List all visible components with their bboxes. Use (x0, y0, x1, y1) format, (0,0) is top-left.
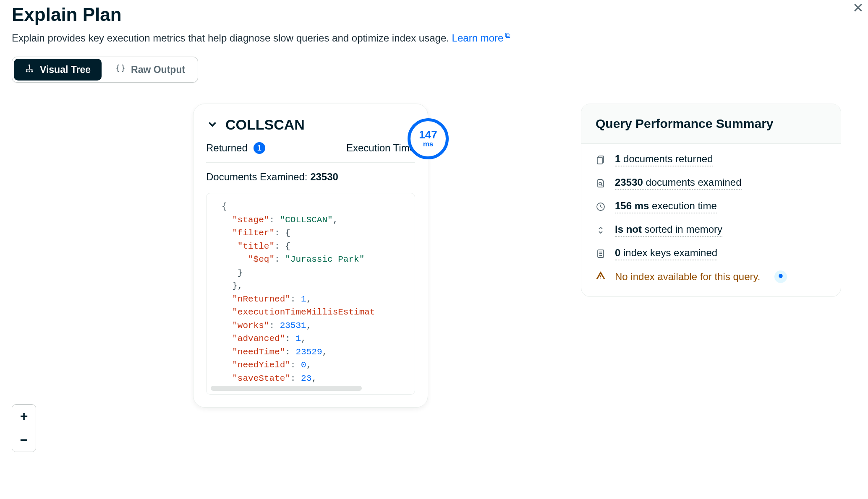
summary-docs-examined: 23530 documents examined (596, 177, 826, 190)
stage-name: COLLSCAN (225, 117, 305, 133)
document-search-icon (596, 178, 606, 188)
json-key: "nReturned" (232, 294, 290, 304)
docs-examined-value: 23530 (310, 171, 338, 182)
exec-time-value: 147 (419, 129, 437, 140)
json-val: 23 (301, 374, 311, 383)
summary-value: Is not (615, 224, 642, 235)
summary-label: documents returned (620, 153, 713, 164)
summary-label: sorted in memory (642, 224, 722, 235)
stage-header[interactable]: COLLSCAN (206, 117, 415, 133)
returned-label: Returned (206, 142, 248, 154)
index-icon (596, 249, 606, 259)
tab-raw-output[interactable]: Raw Output (105, 59, 196, 81)
subtitle-text: Explain provides key execution metrics t… (12, 32, 449, 44)
clock-icon (596, 202, 606, 212)
view-tabs: Visual Tree Raw Output (12, 57, 198, 83)
svg-rect-2 (29, 71, 30, 73)
summary-label: index keys examined (620, 247, 717, 258)
sort-icon (596, 225, 606, 235)
json-val: 1 (301, 294, 306, 304)
summary-index-keys: 0 index keys examined (596, 247, 826, 260)
svg-rect-3 (31, 71, 33, 73)
page-title: Explain Plan (12, 4, 856, 25)
docs-examined-label: Documents Examined: (206, 171, 307, 182)
learn-more-link[interactable]: Learn more⧉ (452, 32, 511, 44)
execution-time-badge: 147 ms (408, 118, 449, 159)
summary-label: documents examined (643, 177, 742, 188)
warning-icon (596, 270, 606, 283)
svg-rect-1 (26, 71, 28, 73)
json-key: "needTime" (232, 347, 285, 357)
visual-tree-canvas: 147 ms COLLSCAN Returned 1 Execution Tim… (12, 83, 856, 460)
json-key: "$eq" (248, 255, 275, 264)
json-key: "title" (238, 242, 275, 251)
close-icon[interactable]: ✕ (852, 0, 864, 16)
tab-visual-tree-label: Visual Tree (40, 64, 91, 75)
summary-docs-returned: 1 documents returned (596, 153, 826, 166)
exec-time-unit: ms (423, 140, 434, 148)
warning-text: No index available for this query. (615, 271, 760, 283)
json-key: "filter" (232, 228, 275, 238)
json-key: "needYield" (232, 360, 290, 370)
json-key: "advanced" (232, 334, 285, 343)
json-val: 23531 (280, 321, 306, 330)
learn-more-label: Learn more (452, 32, 504, 44)
json-val: 1 (295, 334, 301, 343)
zoom-in-button[interactable]: + (12, 405, 36, 428)
query-performance-summary: Query Performance Summary 1 documents re… (581, 104, 841, 297)
stage-json: ▾{ "stage": "COLLSCAN", ▾ "filter": { ▾ … (206, 193, 415, 395)
json-key: "stage" (232, 215, 269, 225)
documents-icon (596, 155, 606, 165)
tab-raw-output-label: Raw Output (131, 64, 185, 75)
summary-value: 1 (615, 153, 620, 164)
json-val: 23529 (295, 347, 322, 357)
chevron-down-icon (206, 118, 219, 132)
summary-exec-time: 156 ms execution time (596, 200, 826, 213)
stage-metrics-row: Returned 1 Execution Time (206, 142, 415, 154)
tree-icon (25, 64, 34, 75)
documents-examined: Documents Examined: 23530 (206, 171, 415, 183)
summary-value: 156 ms (615, 200, 649, 211)
horizontal-scrollbar[interactable] (211, 386, 362, 391)
tab-visual-tree[interactable]: Visual Tree (14, 59, 102, 81)
page-subtitle: Explain provides key execution metrics t… (12, 31, 856, 44)
json-key: "works" (232, 321, 269, 330)
divider (206, 162, 415, 163)
json-key: "executionTimeMillisEstimat (232, 307, 375, 317)
returned-count-badge: 1 (254, 142, 265, 154)
zoom-out-button[interactable]: − (12, 428, 36, 452)
json-val: "COLLSCAN" (280, 215, 333, 225)
svg-rect-0 (29, 65, 30, 66)
bulb-icon[interactable] (774, 270, 787, 283)
json-key: "saveState" (232, 374, 290, 383)
svg-rect-5 (597, 157, 602, 164)
json-val: "Jurassic Park" (285, 255, 364, 264)
summary-value: 23530 (615, 177, 643, 188)
summary-label: execution time (649, 200, 716, 211)
exec-time-label: Execution Time (346, 142, 415, 154)
summary-sorted: Is not sorted in memory (596, 224, 826, 237)
summary-warning: No index available for this query. (596, 270, 826, 283)
external-link-icon: ⧉ (505, 31, 510, 39)
json-val: 0 (301, 360, 306, 370)
summary-title: Query Performance Summary (581, 104, 841, 144)
zoom-controls: + − (12, 404, 36, 452)
summary-value: 0 (615, 247, 620, 258)
braces-icon (116, 64, 125, 75)
stage-card-collscan: 147 ms COLLSCAN Returned 1 Execution Tim… (193, 104, 428, 408)
